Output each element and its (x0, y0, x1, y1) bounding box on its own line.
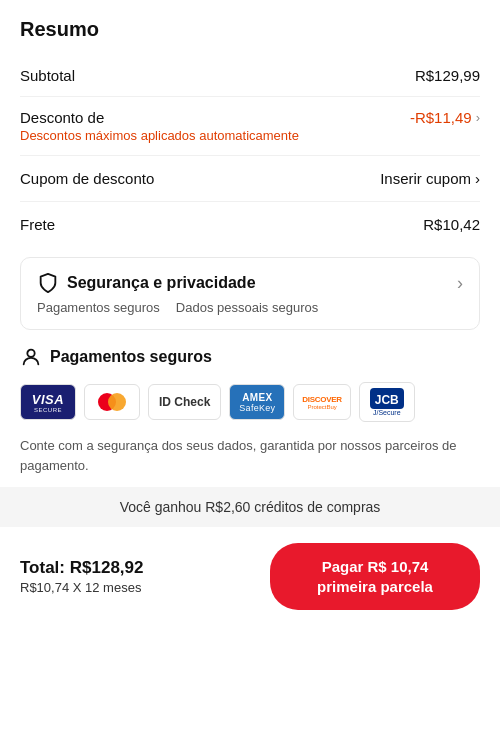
payment-logos: VISA SECURE ID Check AMEX SafeKey (20, 382, 480, 422)
idcheck-text: ID Check (159, 395, 210, 409)
jcb-logo: JCB J/Secure (359, 382, 415, 422)
security-section[interactable]: Segurança e privacidade › Pagamentos seg… (20, 257, 480, 330)
protectbuy-text: ProtectBuy (307, 404, 336, 410)
discover-logo: DISCOVER ProtectBuy (293, 384, 350, 420)
footer-section: Total: R$128,92 R$10,74 X 12 meses Pagar… (0, 527, 500, 626)
subtotal-label: Subtotal (20, 67, 75, 84)
shield-icon (37, 272, 59, 294)
total-label-text: Total: (20, 558, 65, 577)
mastercard-logo (84, 384, 140, 420)
frete-value: R$10,42 (423, 216, 480, 233)
mastercard-circles (98, 393, 126, 411)
pay-button[interactable]: Pagar R$ 10,74 primeira parcela (270, 543, 480, 610)
amex-text: AMEX (242, 392, 272, 403)
jcb-text: JCB (375, 393, 399, 407)
discount-value-col: -R$11,49 › (410, 109, 480, 126)
idcheck-logo: ID Check (148, 384, 221, 420)
credits-banner: Você ganhou R$2,60 créditos de compras (0, 487, 500, 527)
total-value: R$128,92 (70, 558, 144, 577)
discount-subtitle[interactable]: Descontos máximos aplicados automaticame… (20, 128, 299, 143)
installment-label: R$10,74 X 12 meses (20, 580, 143, 595)
coupon-label: Cupom de desconto (20, 170, 154, 187)
summary-title: Resumo (20, 18, 480, 41)
discount-chevron-icon: › (476, 110, 480, 125)
payments-section: Pagamentos seguros VISA SECURE ID Check (0, 346, 500, 475)
main-container: Resumo Subtotal R$129,99 Desconto de Des… (0, 0, 500, 626)
payment-description: Conte com a segurança dos seus dados, ga… (20, 436, 480, 475)
coupon-chevron-icon: › (475, 170, 480, 187)
coupon-action-text: Inserir cupom (380, 170, 471, 187)
security-badge-payments: Pagamentos seguros (37, 300, 160, 315)
discount-row: Desconto de Descontos máximos aplicados … (20, 97, 480, 156)
jsecure-text: J/Secure (373, 409, 401, 416)
summary-section: Resumo Subtotal R$129,99 Desconto de Des… (0, 0, 500, 247)
coupon-row[interactable]: Cupom de desconto Inserir cupom › (20, 156, 480, 202)
safekey-text: SafeKey (239, 403, 275, 413)
security-chevron-icon: › (457, 273, 463, 294)
total-col: Total: R$128,92 R$10,74 X 12 meses (20, 558, 143, 595)
jcb-box: JCB (370, 388, 404, 409)
payments-title: Pagamentos seguros (50, 348, 212, 366)
visa-text: VISA (32, 392, 64, 407)
security-badge-data: Dados pessoais seguros (176, 300, 318, 315)
credits-text: Você ganhou R$2,60 créditos de compras (120, 499, 381, 515)
visa-secure-text: SECURE (34, 407, 62, 413)
amex-logo: AMEX SafeKey (229, 384, 285, 420)
discount-value: -R$11,49 (410, 109, 472, 126)
total-label: Total: R$128,92 (20, 558, 143, 578)
security-badges: Pagamentos seguros Dados pessoais seguro… (37, 300, 463, 315)
coupon-action[interactable]: Inserir cupom › (380, 170, 480, 187)
frete-row: Frete R$10,42 (20, 202, 480, 247)
payments-header: Pagamentos seguros (20, 346, 480, 368)
visa-logo: VISA SECURE (20, 384, 76, 420)
payments-person-icon (20, 346, 42, 368)
security-title: Segurança e privacidade (67, 274, 256, 292)
subtotal-value: R$129,99 (415, 67, 480, 84)
security-header-left: Segurança e privacidade (37, 272, 256, 294)
discount-label-col: Desconto de Descontos máximos aplicados … (20, 109, 299, 143)
discount-label: Desconto de (20, 109, 299, 126)
frete-label: Frete (20, 216, 55, 233)
discover-text: DISCOVER (302, 395, 341, 404)
svg-point-0 (27, 350, 34, 357)
mc-circle-orange (108, 393, 126, 411)
subtotal-row: Subtotal R$129,99 (20, 55, 480, 97)
security-header: Segurança e privacidade › (37, 272, 463, 294)
